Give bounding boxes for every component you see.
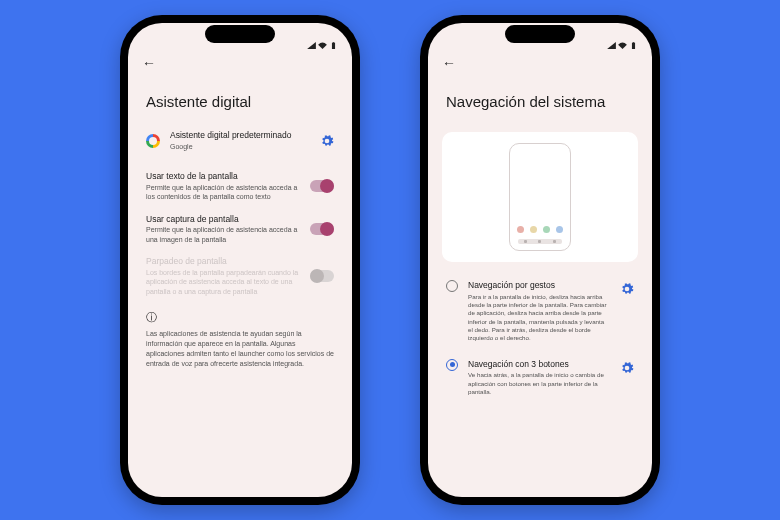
three-button-label: Navegación con 3 botones bbox=[468, 359, 610, 370]
three-button-desc: Ve hacia atrás, a la pantalla de inicio … bbox=[468, 371, 610, 396]
use-text-desc: Permite que la aplicación de asistencia … bbox=[146, 183, 300, 202]
use-capture-desc: Permite que la aplicación de asistencia … bbox=[146, 225, 300, 244]
gesture-radio[interactable] bbox=[446, 280, 458, 292]
dot-icon bbox=[543, 226, 550, 233]
dot-icon bbox=[530, 226, 537, 233]
gear-icon[interactable] bbox=[320, 134, 334, 148]
wifi-icon bbox=[618, 42, 627, 49]
mini-navbar-icon bbox=[518, 239, 562, 244]
use-capture-label: Usar captura de pantalla bbox=[146, 214, 300, 225]
back-button[interactable]: ← bbox=[142, 55, 156, 71]
three-button-radio[interactable] bbox=[446, 359, 458, 371]
notch bbox=[205, 25, 275, 43]
info-row: ⓘ bbox=[128, 302, 352, 325]
mini-phone-icon bbox=[509, 143, 571, 251]
phone-left: ← Asistente digital Asistente digital pr… bbox=[120, 15, 360, 505]
page-title: Asistente digital bbox=[128, 71, 352, 124]
page-title: Navegación del sistema bbox=[428, 71, 652, 124]
gear-icon[interactable] bbox=[620, 282, 634, 296]
info-text: Las aplicaciones de asistencia te ayudan… bbox=[128, 325, 352, 370]
gesture-nav-option[interactable]: Navegación por gestos Para ir a la panta… bbox=[428, 272, 652, 351]
use-capture-toggle[interactable] bbox=[310, 223, 334, 235]
screen-flash-desc: Los bordes de la pantalla parpadearán cu… bbox=[146, 268, 300, 296]
notch bbox=[505, 25, 575, 43]
battery-icon bbox=[329, 42, 338, 49]
signal-icon bbox=[607, 42, 616, 49]
dot-icon bbox=[517, 226, 524, 233]
screen-left: ← Asistente digital Asistente digital pr… bbox=[128, 23, 352, 497]
google-icon bbox=[146, 134, 160, 148]
svg-rect-1 bbox=[333, 42, 335, 43]
dot-icon bbox=[556, 226, 563, 233]
default-assistant-row[interactable]: Asistente digital predeterminado Google bbox=[128, 124, 352, 157]
wifi-icon bbox=[318, 42, 327, 49]
nav-illustration bbox=[428, 124, 652, 272]
default-assistant-value: Google bbox=[170, 142, 310, 151]
three-button-nav-option[interactable]: Navegación con 3 botones Ve hacia atrás,… bbox=[428, 351, 652, 405]
screen-flash-toggle bbox=[310, 270, 334, 282]
use-text-row[interactable]: Usar texto de la pantalla Permite que la… bbox=[128, 165, 352, 208]
back-button[interactable]: ← bbox=[442, 55, 456, 71]
battery-icon bbox=[629, 42, 638, 49]
use-text-toggle[interactable] bbox=[310, 180, 334, 192]
screen-right: ← Navegación del sistema Navegación bbox=[428, 23, 652, 497]
svg-rect-0 bbox=[332, 43, 335, 49]
info-icon: ⓘ bbox=[146, 311, 157, 323]
default-assistant-label: Asistente digital predeterminado bbox=[170, 130, 310, 141]
use-text-label: Usar texto de la pantalla bbox=[146, 171, 300, 182]
screen-flash-label: Parpadeo de pantalla bbox=[146, 256, 300, 267]
screen-flash-row: Parpadeo de pantalla Los bordes de la pa… bbox=[128, 250, 352, 302]
gesture-label: Navegación por gestos bbox=[468, 280, 610, 291]
use-capture-row[interactable]: Usar captura de pantalla Permite que la … bbox=[128, 208, 352, 251]
gesture-desc: Para ir a la pantalla de inicio, desliza… bbox=[468, 293, 610, 343]
gear-icon[interactable] bbox=[620, 361, 634, 375]
svg-rect-2 bbox=[632, 43, 635, 49]
svg-rect-3 bbox=[633, 42, 635, 43]
phone-right: ← Navegación del sistema Navegación bbox=[420, 15, 660, 505]
signal-icon bbox=[307, 42, 316, 49]
